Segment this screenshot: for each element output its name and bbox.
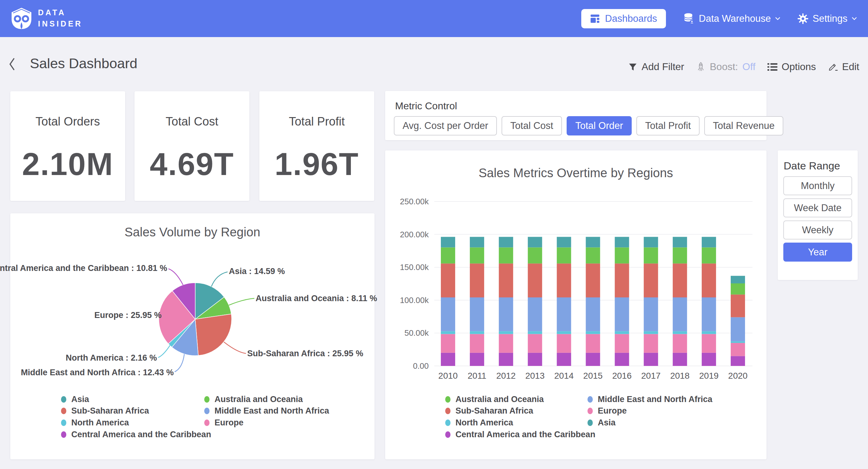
bar-segment-2011-australia-and-oceania[interactable]	[470, 237, 484, 247]
bar-segment-2017-middle-east-and-north-africa[interactable]	[644, 247, 658, 263]
bar-segment-2014-europe[interactable]	[557, 297, 571, 331]
bar-segment-2018-middle-east-and-north-africa[interactable]	[673, 247, 687, 263]
legend-item-north-america[interactable]: North America	[445, 418, 513, 428]
edit-button[interactable]: Edit	[828, 61, 859, 72]
bar-segment-2013-europe[interactable]	[528, 297, 542, 331]
add-filter-button[interactable]: Add Filter	[628, 61, 684, 72]
bar-segment-2011-central-america-and-the-caribbean[interactable]	[470, 353, 484, 366]
bar-segment-2014-middle-east-and-north-africa[interactable]	[557, 247, 571, 263]
legend-item-europe[interactable]: Europe	[204, 418, 244, 428]
bar-segment-2015-sub-saharan-africa[interactable]	[586, 263, 600, 297]
bar-segment-2020-europe[interactable]	[731, 317, 745, 341]
bar-segment-2015-europe[interactable]	[586, 297, 600, 331]
bar-segment-2012-australia-and-oceania[interactable]	[499, 237, 513, 247]
bar-segment-2014-sub-saharan-africa[interactable]	[557, 263, 571, 297]
metric-option-total-cost[interactable]: Total Cost	[501, 116, 562, 136]
bar-segment-2020-central-america-and-the-caribbean[interactable]	[731, 356, 745, 366]
bar-segment-2013-asia[interactable]	[528, 334, 542, 353]
legend-item-central-america-and-the-caribbean[interactable]: Central America and the Caribbean	[61, 430, 211, 439]
bar-segment-2014-north-america[interactable]	[557, 331, 571, 334]
legend-item-europe[interactable]: Europe	[588, 406, 627, 416]
bar-segment-2014-australia-and-oceania[interactable]	[557, 237, 571, 247]
bar-segment-2018-australia-and-oceania[interactable]	[673, 237, 687, 247]
bar-segment-2016-australia-and-oceania[interactable]	[615, 237, 629, 247]
bar-segment-2017-sub-saharan-africa[interactable]	[644, 263, 658, 297]
bar-segment-2010-australia-and-oceania[interactable]	[441, 237, 455, 247]
bar-segment-2011-asia[interactable]	[470, 334, 484, 353]
bar-segment-2019-sub-saharan-africa[interactable]	[702, 263, 716, 297]
bar-segment-2010-asia[interactable]	[441, 334, 455, 353]
bar-segment-2011-middle-east-and-north-africa[interactable]	[470, 247, 484, 263]
legend-item-australia-and-oceania[interactable]: Australia and Oceania	[204, 394, 303, 404]
bar-segment-2010-north-america[interactable]	[441, 331, 455, 334]
bar-segment-2016-central-america-and-the-caribbean[interactable]	[615, 353, 629, 366]
bar-segment-2010-sub-saharan-africa[interactable]	[441, 263, 455, 297]
bar-segment-2013-sub-saharan-africa[interactable]	[528, 263, 542, 297]
bar-segment-2011-sub-saharan-africa[interactable]	[470, 263, 484, 297]
bar-segment-2015-asia[interactable]	[586, 334, 600, 353]
bar-segment-2014-asia[interactable]	[557, 334, 571, 353]
legend-item-asia[interactable]: Asia	[588, 418, 616, 428]
bar-segment-2020-australia-and-oceania[interactable]	[731, 276, 745, 284]
legend-item-middle-east-and-north-africa[interactable]: Middle East and North Africa	[588, 394, 712, 404]
bar-segment-2020-sub-saharan-africa[interactable]	[731, 295, 745, 317]
bar-segment-2018-central-america-and-the-caribbean[interactable]	[673, 353, 687, 366]
bar-segment-2018-sub-saharan-africa[interactable]	[673, 263, 687, 297]
legend-item-central-america-and-the-caribbean[interactable]: Central America and the Caribbean	[445, 430, 595, 439]
bar-segment-2013-australia-and-oceania[interactable]	[528, 237, 542, 247]
bar-segment-2012-europe[interactable]	[499, 297, 513, 331]
bar-segment-2020-middle-east-and-north-africa[interactable]	[731, 284, 745, 295]
bar-segment-2017-australia-and-oceania[interactable]	[644, 237, 658, 247]
bar-segment-2018-north-america[interactable]	[673, 331, 687, 334]
nav-menu-data-warehouse[interactable]: Data Warehouse	[683, 12, 780, 25]
options-button[interactable]: Options	[768, 61, 816, 72]
bar-segment-2018-asia[interactable]	[673, 334, 687, 353]
bar-segment-2019-central-america-and-the-caribbean[interactable]	[702, 353, 716, 366]
bar-segment-2019-asia[interactable]	[702, 334, 716, 353]
bar-segment-2017-europe[interactable]	[644, 297, 658, 331]
bar-segment-2012-middle-east-and-north-africa[interactable]	[499, 247, 513, 263]
bar-segment-2015-north-america[interactable]	[586, 331, 600, 334]
bar-segment-2016-europe[interactable]	[615, 297, 629, 331]
date-option-week-date[interactable]: Week Date	[783, 198, 852, 217]
nav-menu-settings[interactable]: Settings	[798, 13, 857, 24]
bar-segment-2016-north-america[interactable]	[615, 331, 629, 334]
bar-segment-2012-sub-saharan-africa[interactable]	[499, 263, 513, 297]
legend-item-asia[interactable]: Asia	[61, 394, 89, 404]
legend-item-australia-and-oceania[interactable]: Australia and Oceania	[445, 394, 544, 404]
nav-tab-dashboards[interactable]: Dashboards	[581, 9, 665, 28]
bar-segment-2019-middle-east-and-north-africa[interactable]	[702, 247, 716, 263]
date-option-monthly[interactable]: Monthly	[783, 176, 852, 195]
bar-segment-2016-sub-saharan-africa[interactable]	[615, 263, 629, 297]
bar-segment-2010-middle-east-and-north-africa[interactable]	[441, 247, 455, 263]
bar-segment-2017-north-america[interactable]	[644, 331, 658, 334]
bar-segment-2017-central-america-and-the-caribbean[interactable]	[644, 353, 658, 366]
bar-segment-2017-asia[interactable]	[644, 334, 658, 353]
bar-segment-2012-asia[interactable]	[499, 334, 513, 353]
pie-slice-sub-saharan-africa[interactable]	[195, 314, 231, 355]
bar-segment-2010-central-america-and-the-caribbean[interactable]	[441, 353, 455, 366]
date-option-weekly[interactable]: Weekly	[783, 221, 852, 239]
legend-item-north-america[interactable]: North America	[61, 418, 129, 428]
bar-segment-2019-north-america[interactable]	[702, 331, 716, 334]
bar-segment-2020-asia[interactable]	[731, 343, 745, 356]
date-option-year[interactable]: Year	[783, 243, 852, 262]
boost-toggle[interactable]: Boost:Off	[696, 61, 755, 72]
bar-segment-2010-europe[interactable]	[441, 297, 455, 331]
back-button[interactable]	[8, 57, 16, 71]
bar-segment-2012-central-america-and-the-caribbean[interactable]	[499, 353, 513, 366]
bar-segment-2011-north-america[interactable]	[470, 331, 484, 334]
legend-item-sub-saharan-africa[interactable]: Sub-Saharan Africa	[61, 406, 149, 416]
bar-segment-2018-europe[interactable]	[673, 297, 687, 331]
metric-option-total-order[interactable]: Total Order	[567, 116, 632, 136]
bar-segment-2015-middle-east-and-north-africa[interactable]	[586, 247, 600, 263]
bar-segment-2020-north-america[interactable]	[731, 341, 745, 343]
legend-item-middle-east-and-north-africa[interactable]: Middle East and North Africa	[204, 406, 329, 416]
bar-segment-2019-europe[interactable]	[702, 297, 716, 331]
bar-segment-2012-north-america[interactable]	[499, 331, 513, 334]
bar-segment-2013-central-america-and-the-caribbean[interactable]	[528, 353, 542, 366]
bar-segment-2011-europe[interactable]	[470, 297, 484, 331]
bar-segment-2016-asia[interactable]	[615, 334, 629, 353]
metric-option-avg-cost-per-order[interactable]: Avg. Cost per Order	[394, 116, 497, 136]
bar-segment-2019-australia-and-oceania[interactable]	[702, 237, 716, 247]
